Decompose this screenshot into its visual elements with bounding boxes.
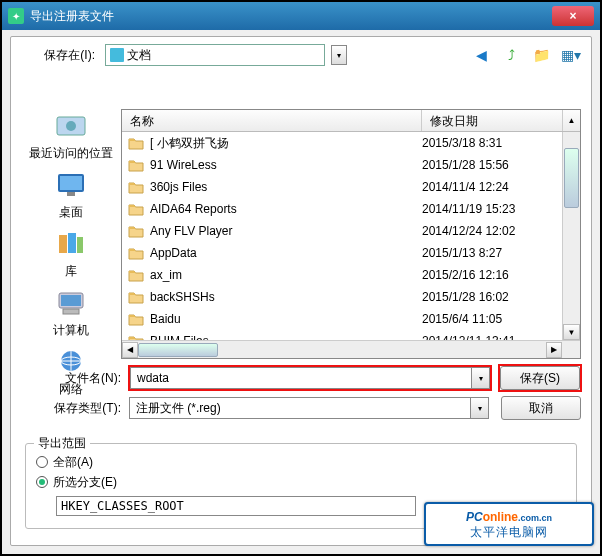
desktop-icon (53, 168, 89, 202)
watermark-online: online (483, 510, 518, 524)
save-button-label: 保存(S) (520, 370, 560, 387)
file-date: 2015/1/13 8:27 (422, 246, 562, 260)
file-date: 2015/1/28 15:56 (422, 158, 562, 172)
sidebar-item-desktop[interactable]: 桌面 (53, 168, 89, 221)
cancel-button-label: 取消 (529, 400, 553, 417)
folder-icon (128, 158, 144, 172)
file-name: 360js Files (150, 180, 422, 194)
back-icon[interactable]: ◀ (471, 45, 491, 65)
sidebar-item-label: 计算机 (53, 322, 89, 339)
folder-icon (128, 202, 144, 216)
file-row[interactable]: AppData2015/1/13 8:27 (122, 242, 562, 264)
sidebar-item-label: 桌面 (59, 204, 83, 221)
horizontal-scrollbar[interactable]: ◀ ▶ (122, 340, 580, 358)
location-bar: 保存在(I): 文档 ▾ ◀ ⤴ 📁 ▦▾ (11, 37, 591, 73)
column-header-date[interactable]: 修改日期 (422, 110, 562, 131)
up-icon[interactable]: ⤴ (501, 45, 521, 65)
libraries-icon (53, 227, 89, 261)
file-list-pane: 名称 修改日期 ▲ [ 小鹤双拼飞扬2015/3/18 8:3191 WireL… (121, 109, 581, 359)
radio-all-label: 全部(A) (53, 454, 93, 471)
file-date: 2014/12/11 13:41 (422, 334, 562, 340)
watermark-pc: PC (466, 510, 483, 524)
file-row[interactable]: AIDA64 Reports2014/11/19 15:23 (122, 198, 562, 220)
sidebar-item-recent[interactable]: 最近访问的位置 (29, 109, 113, 162)
scroll-right-arrow[interactable]: ▶ (546, 342, 562, 358)
filename-combo[interactable]: ▾ (130, 367, 490, 389)
file-row[interactable]: Baidu2015/6/4 11:05 (122, 308, 562, 330)
file-name: Baidu (150, 312, 422, 326)
filetype-label: 保存类型(T): (21, 400, 121, 417)
save-in-dropdown[interactable]: ▾ (331, 45, 347, 65)
file-row[interactable]: backSHSHs2015/1/28 16:02 (122, 286, 562, 308)
save-in-combo[interactable]: 文档 (105, 44, 325, 66)
radio-branch-label: 所选分支(E) (53, 474, 117, 491)
file-name: BHIM Files (150, 334, 422, 340)
documents-icon (110, 48, 124, 62)
watermark-suffix: .com.cn (518, 513, 552, 523)
svg-point-1 (66, 121, 76, 131)
sidebar-item-computer[interactable]: 计算机 (53, 286, 89, 339)
file-row[interactable]: [ 小鹤双拼飞扬2015/3/18 8:31 (122, 132, 562, 154)
scroll-thumb[interactable] (564, 148, 579, 208)
file-date: 2014/12/24 12:02 (422, 224, 562, 238)
watermark-brand: PConline.com.cn (466, 507, 552, 524)
hscroll-thumb[interactable] (138, 343, 218, 357)
sidebar-item-label: 库 (65, 263, 77, 280)
recent-icon (53, 109, 89, 143)
file-name: AppData (150, 246, 422, 260)
radio-branch[interactable] (36, 476, 48, 488)
file-list-header: 名称 修改日期 ▲ (122, 110, 580, 132)
folder-icon (128, 180, 144, 194)
file-name: backSHSHs (150, 290, 422, 304)
file-name: AIDA64 Reports (150, 202, 422, 216)
sidebar-item-libraries[interactable]: 库 (53, 227, 89, 280)
view-menu-icon[interactable]: ▦▾ (561, 45, 581, 65)
scroll-left-arrow[interactable]: ◀ (122, 342, 138, 358)
file-date: 2015/3/18 8:31 (422, 136, 562, 150)
places-sidebar: 最近访问的位置 桌面 库 (21, 109, 121, 359)
filetype-combo[interactable]: 注册文件 (*.reg) ▾ (129, 397, 489, 419)
save-in-value: 文档 (127, 47, 320, 64)
filename-input[interactable] (131, 371, 471, 385)
file-row[interactable]: 360js Files2014/11/4 12:24 (122, 176, 562, 198)
svg-rect-10 (63, 309, 79, 314)
svg-rect-3 (60, 176, 82, 190)
watermark: PConline.com.cn 太平洋电脑网 (424, 502, 594, 546)
filetype-dropdown[interactable]: ▾ (470, 398, 488, 418)
radio-all-row[interactable]: 全部(A) (36, 452, 566, 472)
close-button[interactable]: × (552, 6, 594, 26)
filename-label: 文件名(N): (21, 370, 121, 387)
file-row[interactable]: ax_im2015/2/16 12:16 (122, 264, 562, 286)
file-name: 91 WireLess (150, 158, 422, 172)
column-header-name[interactable]: 名称 (122, 110, 422, 131)
scroll-grip (562, 341, 580, 359)
new-folder-icon[interactable]: 📁 (531, 45, 551, 65)
radio-all[interactable] (36, 456, 48, 468)
branch-input[interactable] (56, 496, 416, 516)
computer-icon (53, 286, 89, 320)
vertical-scrollbar[interactable]: ▼ (562, 132, 580, 340)
scroll-down-arrow[interactable]: ▼ (563, 324, 580, 340)
radio-branch-row[interactable]: 所选分支(E) (36, 472, 566, 492)
file-rows: [ 小鹤双拼飞扬2015/3/18 8:3191 WireLess2015/1/… (122, 132, 562, 340)
file-name: [ 小鹤双拼飞扬 (150, 135, 422, 152)
sidebar-item-label: 最近访问的位置 (29, 145, 113, 162)
folder-icon (128, 312, 144, 326)
file-date: 2015/2/16 12:16 (422, 268, 562, 282)
svg-rect-9 (61, 295, 81, 306)
file-row[interactable]: Any FLV Player2014/12/24 12:02 (122, 220, 562, 242)
folder-icon (128, 136, 144, 150)
watermark-sub: 太平洋电脑网 (470, 524, 548, 541)
save-button[interactable]: 保存(S) (500, 366, 580, 390)
file-name: Any FLV Player (150, 224, 422, 238)
file-row[interactable]: 91 WireLess2015/1/28 15:56 (122, 154, 562, 176)
file-date: 2015/1/28 16:02 (422, 290, 562, 304)
window-title: 导出注册表文件 (30, 8, 552, 25)
folder-icon (128, 246, 144, 260)
close-icon: × (569, 9, 576, 23)
cancel-button[interactable]: 取消 (501, 396, 581, 420)
scroll-up-arrow[interactable]: ▲ (562, 110, 580, 131)
filename-dropdown[interactable]: ▾ (471, 368, 489, 388)
file-name: ax_im (150, 268, 422, 282)
file-row[interactable]: BHIM Files2014/12/11 13:41 (122, 330, 562, 340)
